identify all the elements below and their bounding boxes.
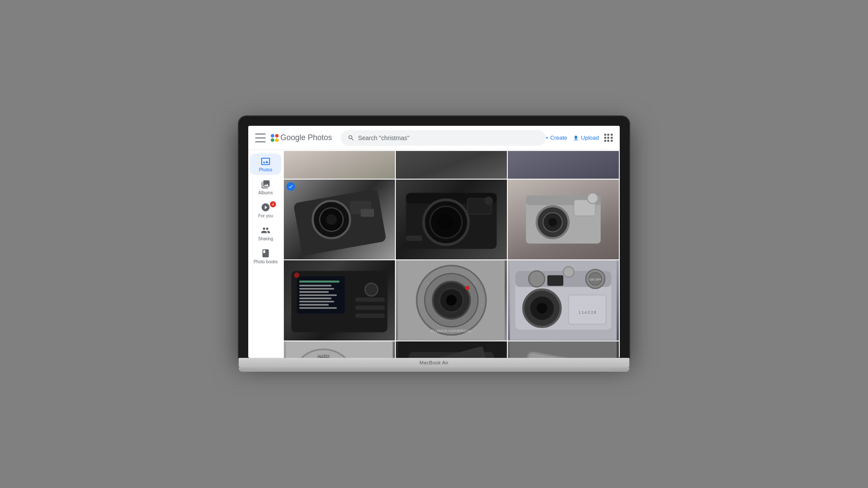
svg-point-36	[294, 273, 299, 278]
svg-rect-26	[299, 291, 329, 293]
svg-rect-29	[299, 301, 334, 303]
sidebar-item-photo-books[interactable]: Photo books	[250, 246, 281, 267]
photo-grid-container[interactable]: FUJINON ASPHERICAL	[283, 150, 620, 358]
hamburger-menu-icon[interactable]	[255, 134, 266, 142]
for-you-icon	[260, 202, 271, 213]
logo-dot-green	[271, 138, 274, 142]
sidebar-item-photos[interactable]: Photos	[250, 154, 281, 175]
sidebar-item-albums[interactable]: Albums	[250, 177, 281, 198]
svg-rect-28	[299, 298, 332, 299]
create-button[interactable]: + Create	[546, 134, 567, 141]
sidebar: Photos Albums	[248, 150, 283, 358]
logo-dot-yellow	[275, 138, 279, 142]
logo-dot-blue	[271, 134, 274, 138]
sharing-icon	[260, 225, 271, 236]
screen-bezel: Google Photos Search "christmas" + Creat…	[239, 116, 629, 358]
photo-cell-partial-2[interactable]	[396, 151, 507, 179]
photo-cell-partial-3[interactable]	[508, 151, 619, 179]
svg-point-42	[446, 295, 457, 306]
sidebar-photos-label: Photos	[259, 167, 272, 172]
svg-point-56	[563, 267, 574, 278]
svg-rect-61	[569, 295, 606, 324]
photo-selected-check	[286, 182, 295, 191]
svg-rect-35	[355, 314, 385, 318]
camera-image-7: AUTO P A S ON OFF	[284, 341, 395, 358]
svg-text:ON OFF: ON OFF	[589, 278, 602, 282]
sidebar-item-sharing[interactable]: Sharing	[250, 223, 281, 244]
svg-point-32	[365, 283, 378, 296]
macbook-frame: Google Photos Search "christmas" + Creat…	[239, 116, 629, 372]
svg-point-18	[549, 218, 557, 226]
photo-cell-9[interactable]	[508, 341, 619, 358]
svg-text:AUTO: AUTO	[318, 353, 329, 358]
svg-point-48	[465, 286, 470, 290]
svg-point-13	[484, 197, 493, 205]
svg-rect-34	[355, 306, 385, 310]
photo-grid: FUJINON ASPHERICAL	[283, 150, 620, 358]
sidebar-sharing-label: Sharing	[258, 236, 273, 241]
svg-rect-27	[299, 295, 337, 296]
svg-text:FUJINON ASPHERICAL: FUJINON ASPHERICAL	[431, 329, 472, 333]
photos-icon	[260, 156, 271, 167]
camera-image-3	[508, 180, 619, 259]
macbook-base: MacBook Air	[239, 358, 629, 367]
photo-cell-5[interactable]: FUJINON ASPHERICAL	[396, 260, 507, 340]
sidebar-photo-books-label: Photo books	[253, 259, 278, 264]
upload-icon	[572, 134, 579, 141]
sidebar-for-you-label: For you	[258, 213, 273, 218]
logo: Google Photos	[271, 133, 332, 142]
logo-dot-red	[275, 134, 279, 138]
photo-cell-partial-1[interactable]	[284, 151, 395, 179]
camera-image-2	[396, 180, 507, 259]
macbook-foot	[239, 367, 629, 372]
svg-rect-30	[299, 304, 329, 306]
svg-rect-23	[299, 281, 339, 283]
svg-rect-57	[547, 275, 563, 286]
camera-image-8	[396, 341, 507, 358]
svg-point-55	[529, 271, 545, 287]
header: Google Photos Search "christmas" + Creat…	[248, 126, 620, 150]
svg-text:1 1.4 2 2.8: 1 1.4 2 2.8	[579, 310, 596, 314]
svg-point-20	[587, 193, 598, 204]
search-placeholder-text: Search "christmas"	[358, 134, 409, 141]
google-apps-icon[interactable]	[604, 134, 613, 142]
for-you-badge: 4	[270, 201, 276, 207]
screen: Google Photos Search "christmas" + Creat…	[248, 126, 620, 358]
svg-rect-25	[299, 288, 334, 290]
camera-image-4	[284, 260, 395, 340]
logo-text: Google Photos	[280, 133, 332, 142]
svg-rect-24	[299, 285, 332, 287]
photo-cell-4[interactable]	[284, 260, 395, 340]
photo-books-icon	[260, 248, 271, 259]
svg-point-10	[439, 215, 454, 229]
svg-point-3	[326, 214, 337, 225]
header-actions: + Create Upload	[546, 134, 613, 142]
albums-icon	[260, 179, 271, 190]
photo-cell-7[interactable]: AUTO P A S ON OFF	[284, 341, 395, 358]
svg-point-60	[537, 303, 548, 314]
search-bar[interactable]: Search "christmas"	[341, 130, 545, 146]
camera-image-1	[284, 180, 395, 259]
svg-rect-5	[361, 209, 374, 217]
camera-image-5: FUJINON ASPHERICAL	[396, 260, 507, 340]
photo-cell-8[interactable]	[396, 341, 507, 358]
macbook-label: MacBook Air	[419, 360, 448, 365]
photo-cell-6[interactable]: ON OFF	[508, 260, 619, 340]
sidebar-albums-label: Albums	[258, 190, 273, 195]
photo-cell-1[interactable]	[284, 180, 395, 259]
svg-rect-33	[355, 298, 385, 302]
upload-button[interactable]: Upload	[572, 134, 599, 141]
svg-rect-12	[406, 236, 422, 241]
camera-image-6: ON OFF	[508, 260, 619, 340]
search-icon	[348, 134, 355, 141]
logo-dots	[271, 134, 279, 142]
google-photos-app: Google Photos Search "christmas" + Creat…	[248, 126, 620, 358]
svg-rect-31	[299, 307, 337, 309]
main-content: Photos Albums	[248, 150, 620, 358]
camera-image-9	[508, 341, 619, 358]
photo-cell-2[interactable]	[396, 180, 507, 259]
svg-rect-84	[510, 341, 617, 358]
sidebar-item-for-you[interactable]: 4 For you	[250, 200, 281, 221]
photo-cell-3[interactable]	[508, 180, 619, 259]
